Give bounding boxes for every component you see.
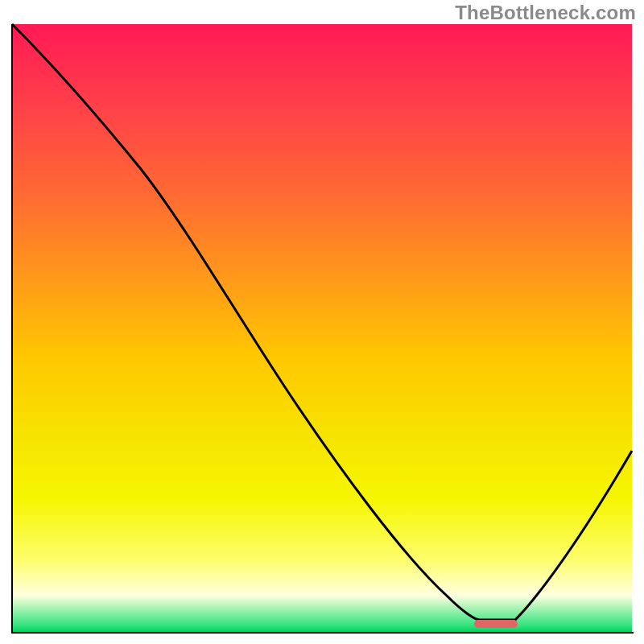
optimal-range-marker <box>474 620 518 628</box>
watermark-text: TheBottleneck.com <box>455 2 636 24</box>
chart-stage: TheBottleneck.com <box>0 0 644 644</box>
gradient-plot-area <box>12 24 632 632</box>
y-axis <box>11 24 13 633</box>
x-axis <box>11 632 634 634</box>
